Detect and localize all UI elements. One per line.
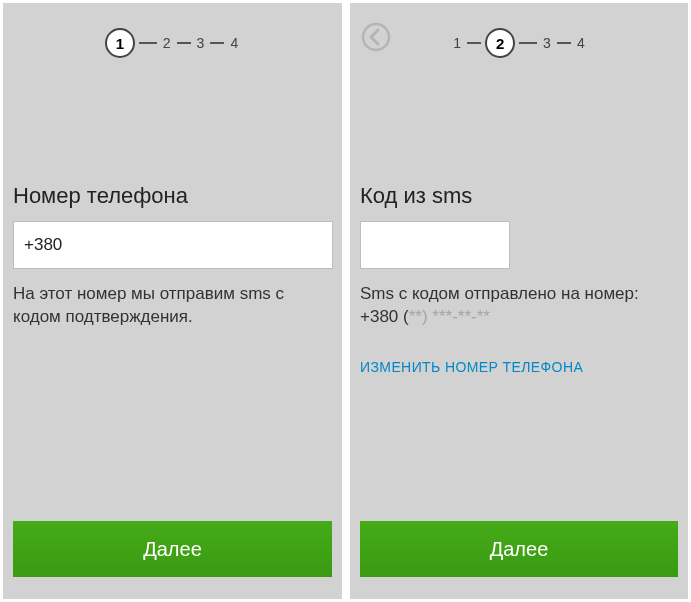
sms-code-heading: Код из sms bbox=[360, 183, 678, 209]
step-dash bbox=[467, 42, 481, 44]
svg-point-0 bbox=[363, 24, 389, 50]
registration-step1-screen: 1 2 3 4 Номер телефона На этот номер мы … bbox=[3, 3, 342, 599]
step-2: 2 bbox=[161, 35, 173, 51]
arrow-left-circle-icon bbox=[361, 22, 391, 52]
step-1: 1 bbox=[451, 35, 463, 51]
step-dash bbox=[557, 42, 571, 44]
sms-phone-prefix: +380 ( bbox=[360, 307, 409, 326]
step-dash bbox=[210, 42, 224, 44]
next-button[interactable]: Далее bbox=[360, 521, 678, 577]
step-dash bbox=[519, 42, 537, 44]
sms-helper-text: Sms с кодом отправлено на номер: +380 (*… bbox=[360, 283, 678, 329]
step-4: 4 bbox=[228, 35, 240, 51]
registration-step2-screen: 1 2 3 4 Код из sms Sms с кодом отправлен… bbox=[350, 3, 688, 599]
sms-helper-line1: Sms с кодом отправлено на номер: bbox=[360, 284, 639, 303]
step-1-current: 1 bbox=[105, 28, 135, 58]
step-dash bbox=[177, 42, 191, 44]
back-button[interactable] bbox=[360, 21, 392, 53]
step-dash bbox=[139, 42, 157, 44]
phone-helper-text: На этот номер мы отправим sms с кодом по… bbox=[13, 283, 332, 329]
step-indicator: 1 2 3 4 bbox=[3, 3, 342, 63]
change-phone-link[interactable]: ИЗМЕНИТЬ НОМЕР ТЕЛЕФОНА bbox=[360, 359, 678, 375]
next-button[interactable]: Далее bbox=[13, 521, 332, 577]
step-3: 3 bbox=[541, 35, 553, 51]
sms-phone-masked: **) ***-**-** bbox=[409, 307, 490, 326]
step-2-current: 2 bbox=[485, 28, 515, 58]
phone-number-heading: Номер телефона bbox=[13, 183, 332, 209]
step-3: 3 bbox=[195, 35, 207, 51]
step-4: 4 bbox=[575, 35, 587, 51]
phone-number-input[interactable] bbox=[13, 221, 333, 269]
step-indicator: 1 2 3 4 bbox=[350, 3, 688, 63]
sms-code-input[interactable] bbox=[360, 221, 510, 269]
